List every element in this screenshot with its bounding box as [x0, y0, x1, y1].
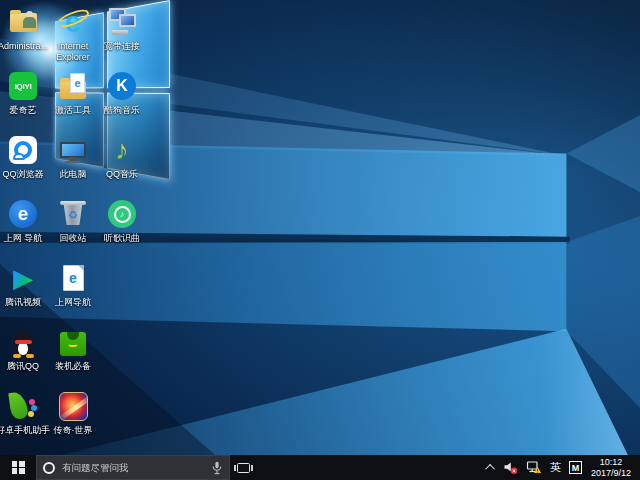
desktop-icon-haozhuo-assistant[interactable]: 好卓手机助手: [0, 390, 48, 436]
task-view-button[interactable]: [230, 455, 256, 480]
icon-label: QQ音乐: [92, 169, 152, 180]
desktop-icon-web-navigation-doc[interactable]: e 上网导航: [48, 262, 98, 308]
desktop-icon-iqiyi[interactable]: iQIYI 爱奇艺: [0, 70, 48, 116]
desktop-icon-legend-world[interactable]: 传奇·世界: [48, 390, 98, 436]
desktop-icon-qq-browser[interactable]: QQ浏览器: [0, 134, 48, 180]
icon-label: 酷狗音乐: [92, 105, 152, 116]
windows-desktop: Administra... e Internet Explorer 宽带连接 i…: [0, 0, 640, 480]
icon-label: 装机必备: [43, 361, 103, 372]
desktop-icon-kugou-music[interactable]: K 酷狗音乐: [97, 70, 147, 116]
clock-time: 10:12: [586, 457, 636, 468]
recycle-bin-icon: ♻: [57, 198, 89, 230]
clock-date: 2017/9/12: [586, 468, 636, 479]
start-button[interactable]: [0, 455, 36, 480]
taskbar-clock[interactable]: 10:12 2017/9/12: [586, 457, 640, 478]
icon-label: 听歌识曲: [92, 233, 152, 244]
desktop-icon-internet-explorer[interactable]: e Internet Explorer: [48, 6, 98, 63]
desktop-icon-tencent-video[interactable]: ▶ 腾讯视频: [0, 262, 48, 308]
icon-label: 传奇·世界: [43, 425, 103, 436]
microphone-icon[interactable]: [211, 461, 223, 475]
user-folder-icon: [7, 6, 39, 38]
volume-muted-icon[interactable]: [499, 455, 522, 480]
legend-world-icon: [57, 390, 89, 422]
cortana-icon: [43, 462, 55, 474]
desktop-icon-song-recognition[interactable]: ♪ 听歌识曲: [97, 198, 147, 244]
ime-language-indicator[interactable]: 英: [546, 455, 565, 480]
web-navigation-doc-icon: e: [57, 262, 89, 294]
qq-music-icon: ♪: [106, 134, 138, 166]
desktop-icon-tencent-qq[interactable]: 腾讯QQ: [0, 326, 48, 372]
taskbar: 英 M 10:12 2017/9/12: [0, 455, 640, 480]
icon-label: 上网导航: [43, 297, 103, 308]
kugou-music-icon: K: [106, 70, 138, 102]
web-navigation-icon: e: [7, 198, 39, 230]
icon-label: 宽带连接: [92, 41, 152, 52]
qq-penguin-icon: [7, 326, 39, 358]
song-recognition-icon: ♪: [106, 198, 138, 230]
desktop-icon-recycle-bin[interactable]: ♻ 回收站: [48, 198, 98, 244]
activation-tool-icon: e: [57, 70, 89, 102]
ime-mode-indicator[interactable]: M: [565, 455, 586, 480]
qq-browser-icon: [7, 134, 39, 166]
task-view-icon: [237, 463, 250, 473]
this-pc-icon: [57, 134, 89, 166]
desktop-icon-essential-software[interactable]: 装机必备: [48, 326, 98, 372]
desktop-icon-web-navigation[interactable]: e 上网 导航: [0, 198, 48, 244]
windows-logo-icon: [12, 461, 25, 474]
system-tray: 英 M 10:12 2017/9/12: [484, 455, 640, 480]
desktop-icon-qq-music[interactable]: ♪ QQ音乐: [97, 134, 147, 180]
cortana-search-box[interactable]: [36, 455, 230, 480]
tencent-video-icon: ▶: [7, 262, 39, 294]
haozhuo-assistant-icon: [7, 390, 39, 422]
desktop-icon-this-pc[interactable]: 此电脑: [48, 134, 98, 180]
desktop-icon-administrator[interactable]: Administra...: [0, 6, 48, 52]
network-warning-icon[interactable]: [522, 455, 546, 480]
internet-explorer-icon: e: [57, 6, 89, 38]
iqiyi-icon: iQIYI: [7, 70, 39, 102]
tray-chevron-up-icon[interactable]: [484, 455, 499, 480]
shopping-bag-icon: [57, 326, 89, 358]
desktop-icon-activation-tool[interactable]: e 激活工具: [48, 70, 98, 116]
broadband-connection-icon: [106, 6, 138, 38]
desktop-icon-broadband-connection[interactable]: 宽带连接: [97, 6, 147, 52]
search-input[interactable]: [55, 462, 211, 473]
